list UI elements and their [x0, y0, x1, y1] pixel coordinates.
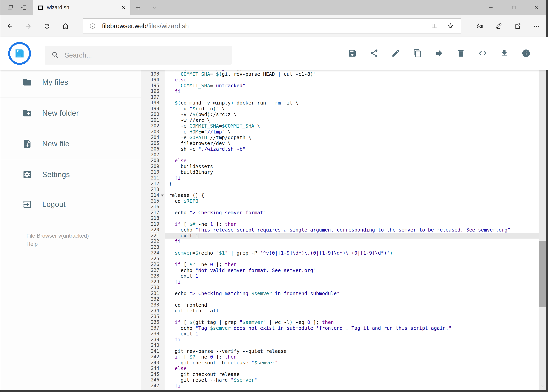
- close-window-button[interactable]: [529, 0, 544, 15]
- code-line-197[interactable]: 197: [141, 94, 539, 100]
- web-note-pen-button[interactable]: [492, 15, 505, 37]
- code-line-230[interactable]: 230: [141, 285, 539, 291]
- fold-arrow-icon[interactable]: [161, 195, 164, 196]
- code-line-216[interactable]: 216: [141, 204, 539, 210]
- help-link[interactable]: Help: [26, 240, 89, 248]
- tabs-preview-button[interactable]: [6, 0, 15, 15]
- share-button[interactable]: [511, 15, 524, 37]
- code-line-210[interactable]: 210 buildBinary: [141, 169, 539, 175]
- code-line-198[interactable]: 198 $(command -v winpty) docker run --rm…: [141, 100, 539, 106]
- code-line-245[interactable]: 245 git checkout release: [141, 371, 539, 377]
- edit-button[interactable]: [391, 49, 400, 58]
- share-nodes-button[interactable]: [370, 49, 379, 58]
- code-line-203[interactable]: 203 -e HOME="//tmp" \: [141, 129, 539, 135]
- code-line-240[interactable]: 240: [141, 343, 539, 348]
- code-line-205[interactable]: 205 filebrowser/dev \: [141, 140, 539, 146]
- refresh-nav-button[interactable]: [40, 15, 54, 37]
- code-line-224[interactable]: 224 semver=$(echo "$1" | grep -P '^v(0|[…: [141, 250, 539, 256]
- code-line-227[interactable]: 227 echo "Not valid semver format. See s…: [141, 267, 539, 273]
- code-line-241[interactable]: 241 git rev-parse --verify --quiet relea…: [141, 348, 539, 354]
- code-line-246[interactable]: 246 git reset --hard "$semver": [141, 377, 539, 383]
- code-line-247[interactable]: 247 fi: [141, 383, 539, 389]
- code-line-237[interactable]: 237 echo "Tag $semver does not exist in …: [141, 325, 539, 331]
- address-bar[interactable]: filebrowser.web/files/wizard.sh: [83, 18, 461, 34]
- code-line-193[interactable]: 193 COMMIT_SHA="$(git rev-parse HEAD | c…: [141, 71, 539, 77]
- code-line-222[interactable]: 222 fi: [141, 238, 539, 245]
- code-line-229[interactable]: 229 fi: [141, 279, 539, 285]
- forward-nav-button[interactable]: [22, 15, 35, 37]
- maximize-window-button[interactable]: [506, 0, 521, 15]
- sidebar-item-new-folder[interactable]: New folder: [0, 105, 141, 122]
- code-line-194[interactable]: 194 else: [141, 77, 539, 83]
- home-nav-button[interactable]: [59, 15, 72, 37]
- code-line-242[interactable]: 242 if [ $? -ne 0 ]; then: [141, 354, 539, 360]
- code-line-239[interactable]: 239 fi: [141, 337, 539, 343]
- sidebar-item-logout[interactable]: Logout: [0, 196, 141, 213]
- code-line-221[interactable]: 221 exit 1: [141, 233, 539, 239]
- code-line-213[interactable]: 213: [141, 187, 539, 193]
- code-line-207[interactable]: 207: [141, 152, 539, 158]
- move-button[interactable]: [435, 49, 444, 58]
- code-line-201[interactable]: 201 -w //src \: [141, 117, 539, 123]
- reading-view-icon[interactable]: [431, 22, 438, 29]
- code-line-196[interactable]: 196 fi: [141, 88, 539, 94]
- code-line-218[interactable]: 218: [141, 216, 539, 221]
- code-line-214[interactable]: 214release () {: [141, 192, 539, 198]
- url-text[interactable]: filebrowser.web/files/wizard.sh: [102, 22, 431, 30]
- code-line-234[interactable]: 234 git fetch --all: [141, 308, 539, 314]
- tab-preview-chevron-icon[interactable]: [150, 0, 159, 15]
- code-line-208[interactable]: 208 else: [141, 158, 539, 164]
- code-line-199[interactable]: 199 -u "$(id -u)" \: [141, 106, 539, 112]
- code-line-204[interactable]: 204 -e GOPATH=//tmp/gopath \: [141, 135, 539, 140]
- code-line-192[interactable]: 192 if [ -d "$REPO/.git" ]; then: [141, 70, 539, 71]
- code-line-223[interactable]: 223: [141, 245, 539, 250]
- code-line-211[interactable]: 211 fi: [141, 175, 539, 181]
- minimize-window-button[interactable]: [483, 0, 498, 15]
- save-button[interactable]: [348, 49, 357, 58]
- code-line-220[interactable]: 220 echo "This release script requires a…: [141, 227, 539, 233]
- vertical-scrollbar[interactable]: [539, 37, 546, 390]
- code-line-231[interactable]: 231 echo "> Checking matching $semver in…: [141, 291, 539, 296]
- download-button[interactable]: [500, 49, 509, 58]
- back-nav-button[interactable]: [3, 15, 16, 37]
- add-favorite-star-icon[interactable]: [447, 22, 454, 30]
- code-line-195[interactable]: 195 COMMIT_SHA="untracked": [141, 83, 539, 89]
- code-line-232[interactable]: 232: [141, 296, 539, 302]
- code-line-225[interactable]: 225: [141, 256, 539, 262]
- code-line-200[interactable]: 200 -v /$(pwd):/src:z \: [141, 112, 539, 117]
- new-tab-button[interactable]: [133, 0, 143, 15]
- code-line-215[interactable]: 215 cd $REPO: [141, 198, 539, 204]
- code-editor[interactable]: 192 if [ -d "$REPO/.git" ]; then193 COMM…: [141, 70, 539, 390]
- browser-tab[interactable]: wizard.sh: [33, 0, 130, 15]
- scrollbar-thumb[interactable]: [539, 241, 546, 307]
- code-line-233[interactable]: 233 cd frontend: [141, 302, 539, 308]
- site-info-icon[interactable]: [89, 23, 96, 29]
- delete-button[interactable]: [457, 49, 465, 58]
- code-line-202[interactable]: 202 -e COMMIT_SHA=$COMMIT_SHA \: [141, 123, 539, 129]
- code-line-235[interactable]: 235: [141, 314, 539, 320]
- search-input[interactable]: Search...: [45, 46, 232, 65]
- sidebar-item-new-file[interactable]: New file: [0, 135, 141, 153]
- code-line-243[interactable]: 243 git checkout -b release "$semver": [141, 360, 539, 366]
- code-line-228[interactable]: 228 exit 1: [141, 273, 539, 279]
- copy-button[interactable]: [413, 49, 422, 58]
- sidebar-item-my-files[interactable]: My files: [0, 74, 141, 91]
- set-tabs-aside-button[interactable]: [19, 0, 28, 15]
- code-line-236[interactable]: 236 if [ $(git tag | grep "$semver" | wc…: [141, 319, 539, 325]
- code-line-244[interactable]: 244 else: [141, 366, 539, 371]
- info-button[interactable]: [522, 49, 531, 58]
- code-button[interactable]: [478, 49, 487, 58]
- sidebar-item-settings[interactable]: Settings: [0, 166, 141, 183]
- code-line-238[interactable]: 238 exit 1: [141, 331, 539, 337]
- code-line-209[interactable]: 209 buildAssets: [141, 164, 539, 169]
- hub-favorites-button[interactable]: [473, 15, 486, 37]
- code-line-226[interactable]: 226 if [ $? -ne 0 ]; then: [141, 262, 539, 267]
- filebrowser-logo[interactable]: [8, 42, 31, 65]
- ellipsis-button[interactable]: [530, 15, 543, 37]
- code-line-206[interactable]: 206 sh -c "./wizard.sh -b": [141, 146, 539, 152]
- code-line-219[interactable]: 219 if [ $# -ne 1 ]; then: [141, 221, 539, 227]
- scrollbar-down-arrow-icon[interactable]: [539, 382, 546, 390]
- tab-close-icon[interactable]: [121, 5, 126, 10]
- code-line-212[interactable]: 212}: [141, 181, 539, 187]
- code-line-217[interactable]: 217 echo "> Checking semver format": [141, 210, 539, 216]
